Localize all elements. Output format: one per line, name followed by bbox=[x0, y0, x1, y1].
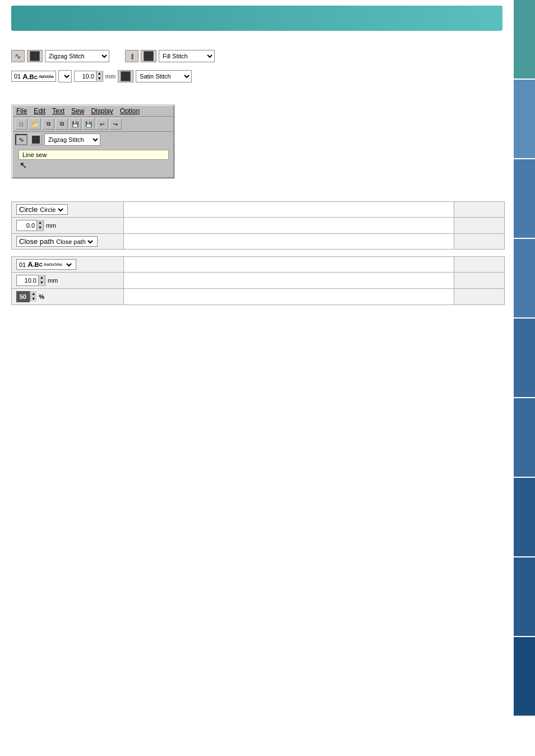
menu-option[interactable]: Option bbox=[120, 107, 140, 115]
table-2-cell-extra-3 bbox=[454, 289, 505, 305]
win-paste-btn[interactable]: ⧉ bbox=[56, 118, 68, 130]
table-1-row-1: Circle Circle bbox=[12, 202, 505, 218]
table2-abc-group: 01 A.BC Aa0o0Aa bbox=[16, 259, 76, 270]
win-undo-btn[interactable]: ↩ bbox=[96, 118, 108, 130]
size-down-arrow[interactable]: ▼ bbox=[96, 76, 103, 81]
sidebar-tab-9[interactable] bbox=[514, 637, 535, 716]
table-2-cell-control-1: 01 A.BC Aa0o0Aa bbox=[12, 257, 124, 273]
table1-size-down[interactable]: ▼ bbox=[36, 225, 43, 230]
percent-value: 50 bbox=[20, 293, 26, 300]
cursor-icon: ↖ bbox=[20, 160, 27, 170]
table2-size-up[interactable]: ▲ bbox=[38, 275, 45, 280]
sidebar-tab-6[interactable] bbox=[514, 398, 535, 477]
number-label: 01 bbox=[14, 73, 21, 80]
sidebar-tab-4[interactable] bbox=[514, 239, 535, 317]
menu-sew[interactable]: Sew bbox=[71, 107, 84, 115]
linesew-icon: ∿ bbox=[19, 136, 24, 144]
swatch-btn-2[interactable] bbox=[141, 50, 156, 62]
sidebar-tab-3[interactable] bbox=[514, 159, 535, 238]
menu-edit[interactable]: Edit bbox=[34, 107, 45, 115]
table-2-cell-extra-1 bbox=[454, 257, 505, 273]
table-1-cell-extra-1 bbox=[454, 202, 505, 218]
circle-select-group: Circle Circle bbox=[16, 204, 68, 215]
abc-style-select[interactable] bbox=[58, 70, 72, 82]
sidebar-tab-1[interactable] bbox=[514, 0, 535, 79]
window-bottom-pad bbox=[13, 173, 173, 177]
table2-number-label: 01 bbox=[19, 261, 26, 268]
sidebar-tab-2[interactable] bbox=[514, 80, 535, 158]
wave-icon-btn[interactable]: ∿ bbox=[11, 50, 25, 62]
menu-text[interactable]: Text bbox=[52, 107, 64, 115]
swatch-btn-1[interactable] bbox=[27, 50, 43, 62]
table1-size-input[interactable] bbox=[17, 222, 36, 229]
satin-stitch-select[interactable]: Satin Stitch bbox=[136, 70, 192, 82]
table2-percent-up[interactable]: ▲ bbox=[30, 291, 36, 296]
tooltip-text: Line sew bbox=[22, 151, 47, 158]
table2-num-input: ▲ ▼ bbox=[16, 275, 45, 286]
table1-num-input: ▲ ▼ bbox=[16, 220, 44, 231]
menu-file[interactable]: File bbox=[16, 107, 27, 115]
sidebar-tab-8[interactable] bbox=[514, 557, 535, 636]
right-sidebar bbox=[514, 0, 535, 756]
table2-size-arrows: ▲ ▼ bbox=[38, 275, 45, 286]
fill-icon: ||| bbox=[131, 53, 133, 59]
size-mm-group: ▲ ▼ mm bbox=[16, 220, 56, 231]
table-1-cell-extra-2 bbox=[454, 218, 505, 234]
toolbar-row-1: ∿ Zigzag Stitch ||| Fill Stitch bbox=[11, 48, 502, 64]
swatch-icon-3 bbox=[121, 71, 131, 81]
tooltip-area: Line sew ↖ bbox=[13, 147, 173, 173]
table2-size-group: ▲ ▼ mm bbox=[16, 275, 58, 286]
table1-size-up[interactable]: ▲ bbox=[36, 220, 43, 225]
table-1: Circle Circle ▲ ▼ bbox=[11, 201, 505, 250]
closepath-select-group: Close path Close path bbox=[16, 236, 98, 247]
table2-percent-group: 50 ▲ ▼ % bbox=[16, 291, 44, 302]
closepath-dropdown[interactable]: Close path bbox=[54, 238, 95, 246]
table-2-cell-extra-2 bbox=[454, 273, 505, 289]
size-up-arrow[interactable]: ▲ bbox=[96, 71, 103, 76]
window-toolbar-1: □ 📂 ⧉ ⧉ 💾 💾 ↩ ↪ bbox=[13, 117, 173, 132]
table2-percent-label: % bbox=[39, 293, 44, 300]
size-input-group: ▲ ▼ bbox=[74, 71, 103, 82]
win-linesew-btn[interactable]: ∿ bbox=[15, 134, 27, 145]
table-2-row-3: 50 ▲ ▼ % bbox=[12, 289, 505, 305]
win-copy-btn[interactable]: ⧉ bbox=[42, 118, 54, 130]
swatch-btn-3[interactable] bbox=[118, 70, 133, 82]
size-input[interactable] bbox=[75, 72, 96, 80]
sidebar-tab-7[interactable] bbox=[514, 478, 535, 556]
window-toolbar-2: ∿ Zigzag Stitch bbox=[13, 132, 173, 147]
wave-icon: ∿ bbox=[15, 52, 21, 61]
table1-mm-label: mm bbox=[46, 222, 56, 229]
header-bar bbox=[11, 6, 502, 31]
window-screenshot: File Edit Text Sew Display Option □ 📂 ⧉ … bbox=[11, 104, 175, 179]
table-1-cell-desc-3 bbox=[124, 234, 454, 250]
tooltip-box: Line sew bbox=[19, 150, 169, 160]
table-2-row-2: ▲ ▼ mm bbox=[12, 273, 505, 289]
win-save2-btn[interactable]: 💾 bbox=[82, 118, 95, 130]
win-swatch-btn[interactable] bbox=[30, 134, 42, 145]
win-zigzag-select[interactable]: Zigzag Stitch bbox=[44, 133, 100, 146]
win-save-btn[interactable]: 💾 bbox=[69, 118, 81, 130]
table2-abc-c: C bbox=[39, 262, 43, 268]
table2-abc-dropdown[interactable] bbox=[62, 261, 73, 269]
table2-abc-a: A bbox=[27, 260, 33, 269]
abc-small-label: Aa0o0Aa bbox=[39, 74, 53, 79]
sidebar-tab-5[interactable] bbox=[514, 319, 535, 397]
main-content: ∿ Zigzag Stitch ||| Fill Stitch 01 A.BC … bbox=[0, 0, 514, 317]
table-1-cell-control-1: Circle Circle bbox=[12, 202, 124, 218]
win-redo-btn[interactable]: ↪ bbox=[109, 118, 122, 130]
size-unit-label: mm bbox=[105, 73, 116, 80]
win-new-btn[interactable]: □ bbox=[15, 118, 27, 130]
table-1-cell-desc-1 bbox=[124, 202, 454, 218]
fill-icon-btn[interactable]: ||| bbox=[125, 50, 139, 62]
zigzag-stitch-select[interactable]: Zigzag Stitch bbox=[45, 50, 109, 62]
table2-size-input[interactable] bbox=[17, 276, 38, 284]
table-1-cell-desc-2 bbox=[124, 218, 454, 234]
table-2-cell-control-3: 50 ▲ ▼ % bbox=[12, 289, 124, 305]
fill-stitch-select[interactable]: Fill Stitch bbox=[159, 50, 215, 62]
percent-badge: 50 bbox=[16, 291, 30, 302]
table2-size-down[interactable]: ▼ bbox=[38, 280, 45, 285]
win-open-btn[interactable]: 📂 bbox=[29, 118, 41, 130]
table2-percent-down[interactable]: ▼ bbox=[30, 296, 36, 301]
circle-dropdown[interactable]: Circle bbox=[38, 206, 65, 214]
menu-display[interactable]: Display bbox=[91, 107, 113, 115]
